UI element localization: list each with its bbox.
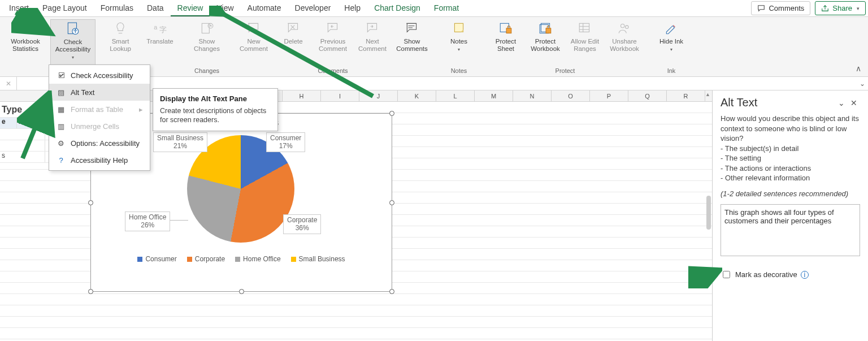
col-header[interactable]: K <box>398 90 436 101</box>
smart-lookup-button[interactable]: Smart Lookup <box>102 19 139 67</box>
workbook-statistics-button[interactable]: 123 Workbook Statistics <box>7 19 44 74</box>
col-header[interactable]: P <box>590 90 628 101</box>
resize-handle[interactable] <box>389 111 394 116</box>
tooltip-body: Create text descriptions of objects for … <box>160 106 271 125</box>
pane-dropdown-button[interactable]: ⌄ <box>835 97 848 109</box>
tab-page-layout[interactable]: Page Layout <box>36 0 94 16</box>
share-label: Share <box>832 4 852 12</box>
tab-formulas[interactable]: Formulas <box>94 0 140 16</box>
group-notes: Notes▾ Notes <box>437 19 481 76</box>
protect-sheet-label: Protect Sheet <box>488 38 523 53</box>
group-ink-label: Ink <box>667 67 676 76</box>
check-accessibility-label: Check Accessibility <box>55 38 91 53</box>
tab-view[interactable]: View <box>210 0 240 16</box>
comment-icon <box>757 5 765 12</box>
cell[interactable]: s <box>0 152 45 162</box>
group-ink: Hide Ink▾ Ink <box>649 19 693 76</box>
resize-handle[interactable] <box>389 289 394 294</box>
gear-icon: ⚙ <box>56 138 66 148</box>
vertical-scrollbar[interactable] <box>706 196 711 230</box>
col-header[interactable]: L <box>436 90 475 101</box>
comment-delete-icon <box>286 21 301 36</box>
collapse-ribbon-button[interactable]: ∧ <box>856 64 861 73</box>
data-label-small-business: Small Business21% <box>153 132 207 152</box>
legend-label: Consumer <box>145 255 176 263</box>
decorative-checkbox-input[interactable] <box>723 271 730 278</box>
comments-button[interactable]: Comments <box>751 1 810 15</box>
resize-handle[interactable] <box>88 289 93 294</box>
lightbulb-icon <box>113 21 128 36</box>
col-header[interactable]: N <box>513 90 552 101</box>
hide-ink-button[interactable]: Hide Ink▾ <box>653 19 690 67</box>
mark-decorative-checkbox[interactable]: Mark as decorative i <box>721 269 860 280</box>
note-icon <box>452 21 466 36</box>
tab-automate[interactable]: Automate <box>241 0 288 16</box>
col-header[interactable]: J <box>359 90 398 101</box>
chevron-down-icon: ▾ <box>72 55 74 60</box>
cancel-button[interactable]: ✕ <box>0 77 17 90</box>
show-comments-button[interactable]: Show Comments <box>393 19 431 67</box>
pane-close-button[interactable]: ✕ <box>848 97 860 109</box>
pen-icon <box>664 21 679 36</box>
expand-formula-bar[interactable]: ⌄ <box>857 80 868 88</box>
pane-question: How would you describe this object and i… <box>721 114 860 144</box>
legend-swatch <box>291 257 296 262</box>
col-header[interactable]: Q <box>628 90 667 101</box>
comments-label: Comments <box>769 4 804 12</box>
unshare-workbook-button[interactable]: Unshare Workbook <box>606 19 643 67</box>
hide-ink-label: Hide Ink <box>659 38 683 45</box>
mi-accessibility-help[interactable]: ?Accessibility Help <box>49 152 150 169</box>
mi-check-accessibility[interactable]: 🗹Check Accessibility <box>49 67 150 84</box>
col-header[interactable]: I <box>321 90 359 101</box>
delete-comment-button[interactable]: Delete <box>275 19 312 67</box>
notes-button[interactable]: Notes▾ <box>440 19 478 67</box>
alt-text-tooltip: Display the Alt Text Pane Create text de… <box>153 88 278 131</box>
previous-comment-button[interactable]: Previous Comment <box>314 19 351 67</box>
svg-text:a: a <box>154 24 158 31</box>
cell[interactable] <box>0 140 45 151</box>
stats-icon: 123 <box>18 21 33 36</box>
protect-sheet-button[interactable]: Protect Sheet <box>487 19 524 67</box>
svg-rect-9 <box>454 23 463 32</box>
protect-workbook-button[interactable]: Protect Workbook <box>527 19 564 67</box>
alt-text-input[interactable] <box>721 204 860 256</box>
changes-icon <box>199 21 214 36</box>
group-changes-label: Changes <box>194 67 219 76</box>
resize-handle[interactable] <box>239 289 244 294</box>
tab-insert[interactable]: Insert <box>2 0 36 16</box>
accessibility-icon <box>66 21 80 36</box>
tab-chart-design[interactable]: Chart Design <box>367 0 427 16</box>
group-proofing: 123 Workbook Statistics <box>3 19 47 76</box>
legend-label: Corporate <box>195 255 225 263</box>
col-header[interactable]: R <box>667 90 705 101</box>
tab-format[interactable]: Format <box>427 0 466 16</box>
tab-help[interactable]: Help <box>337 0 367 16</box>
check-icon: 🗹 <box>56 70 66 80</box>
unshare-icon <box>617 21 632 36</box>
tab-data[interactable]: Data <box>140 0 171 16</box>
col-header[interactable]: H <box>283 90 321 101</box>
next-comment-label: Next Comment <box>355 38 390 53</box>
allow-edit-ranges-button[interactable]: Allow Edit Ranges <box>566 19 604 67</box>
translate-button[interactable]: a字Translate <box>141 19 179 67</box>
notes-label: Notes <box>450 38 467 45</box>
col-header[interactable]: O <box>552 90 590 101</box>
scroll-up-icon[interactable]: ▲ <box>705 92 710 97</box>
tab-developer[interactable]: Developer <box>288 0 338 16</box>
info-icon[interactable]: i <box>801 271 809 279</box>
cell[interactable] <box>0 129 45 140</box>
pane-bullet: - The subject(s) in detail <box>721 144 860 154</box>
new-comment-button[interactable]: New Comment <box>235 19 272 67</box>
protect-workbook-label: Protect Workbook <box>528 38 563 53</box>
mi-alt-text[interactable]: ▨Alt Text <box>49 84 150 101</box>
show-comments-label: Show Comments <box>394 38 429 53</box>
mi-options-accessibility[interactable]: ⚙Options: Accessibility <box>49 135 150 152</box>
show-changes-button[interactable]: Show Changes <box>188 19 225 67</box>
col-header[interactable]: M <box>475 90 513 101</box>
comment-new-icon <box>246 21 261 36</box>
tab-review[interactable]: Review <box>171 0 210 16</box>
ribbon-tabs: Insert Page Layout Formulas Data Review … <box>0 0 868 17</box>
share-button[interactable]: Share ▾ <box>815 1 866 15</box>
next-comment-button[interactable]: Next Comment <box>354 19 391 67</box>
translate-icon: a字 <box>153 21 167 36</box>
